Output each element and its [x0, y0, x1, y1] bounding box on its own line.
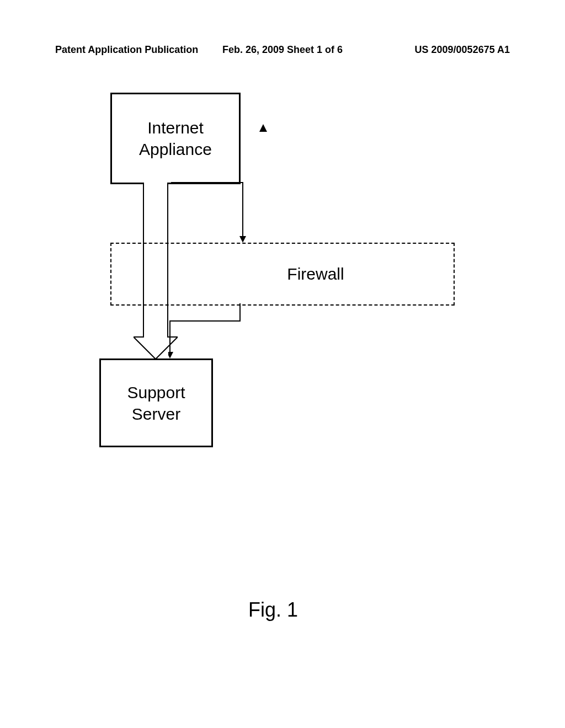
page-header: Patent Application Publication Feb. 26, …: [0, 44, 565, 56]
internet-appliance-box: Internet Appliance: [110, 93, 241, 184]
internet-appliance-label-line1: Internet: [147, 117, 204, 138]
server-label-line1: Support: [127, 382, 185, 403]
firewall-box: Firewall: [110, 243, 455, 306]
arrow-to-firewall-icon: [171, 181, 254, 249]
svg-marker-1: [168, 352, 173, 358]
arrow-to-server-icon: [168, 303, 251, 366]
diagram-container: Internet Appliance Firewall Support Serv…: [0, 77, 565, 574]
server-label-line2: Server: [132, 403, 180, 425]
svg-marker-0: [239, 236, 246, 243]
triangle-marker-icon: [259, 124, 267, 132]
support-server-box: Support Server: [99, 358, 213, 447]
header-date-sheet: Feb. 26, 2009 Sheet 1 of 6: [207, 44, 359, 56]
header-publication-label: Patent Application Publication: [55, 44, 207, 56]
firewall-label: Firewall: [287, 265, 344, 283]
internet-appliance-label-line2: Appliance: [139, 138, 212, 160]
header-patent-number: US 2009/0052675 A1: [358, 44, 510, 56]
figure-label: Fig. 1: [248, 598, 298, 622]
